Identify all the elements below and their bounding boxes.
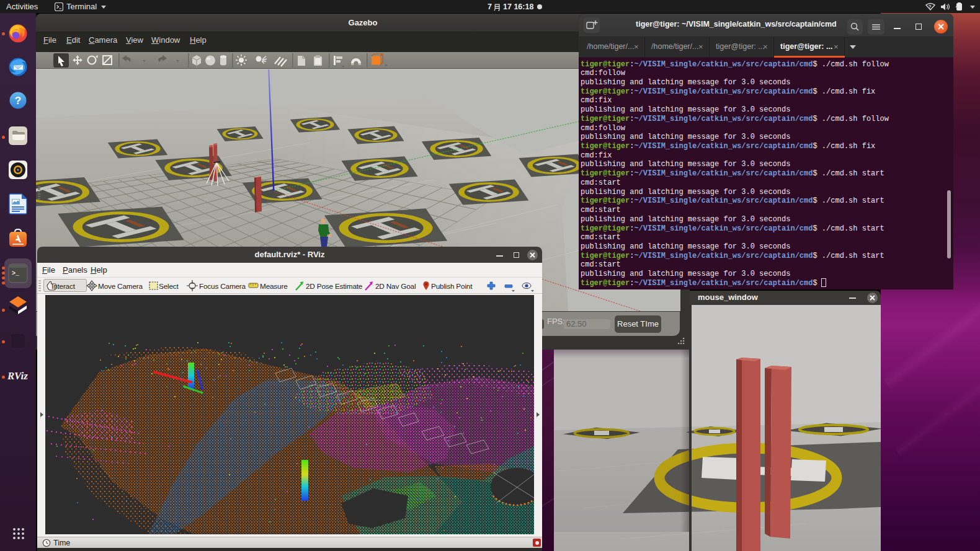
svg-text:Move Camera: Move Camera (98, 282, 143, 291)
svg-text:Select: Select (159, 282, 179, 291)
svg-text:?: ? (929, 4, 932, 10)
svg-text:Interact: Interact (51, 282, 76, 291)
svg-text:>_: >_ (12, 270, 20, 277)
svg-text:2D Nav Goal: 2D Nav Goal (375, 282, 416, 291)
svg-text:Measure: Measure (260, 282, 288, 291)
svg-text:?: ? (15, 95, 21, 107)
svg-text:2D Pose Estimate: 2D Pose Estimate (306, 282, 363, 291)
svg-text:Publish Point: Publish Point (431, 282, 473, 291)
svg-text:Focus Camera: Focus Camera (199, 282, 246, 291)
